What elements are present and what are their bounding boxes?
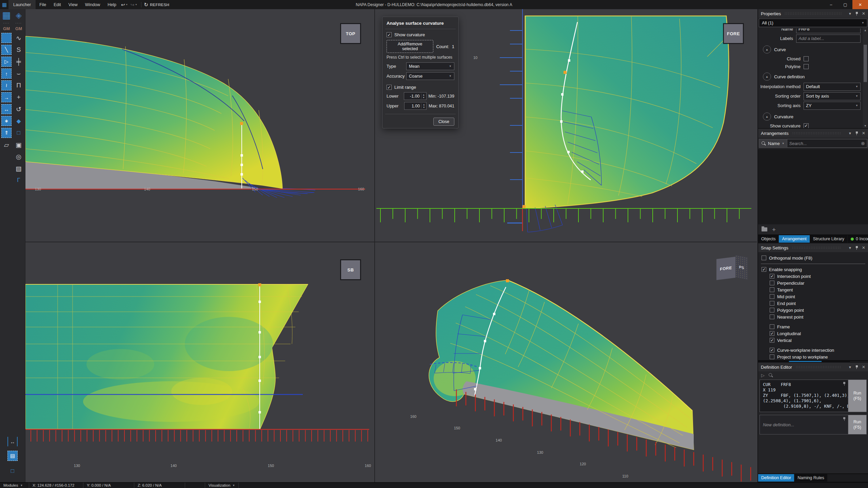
arc-tool-icon[interactable]: ⌣ xyxy=(13,68,24,79)
checkbox[interactable] xyxy=(770,324,774,329)
close-icon[interactable]: ✕ xyxy=(862,245,865,250)
closed-checkbox[interactable] xyxy=(804,56,809,61)
snap-option[interactable]: Nearest point xyxy=(758,313,868,320)
refresh-button[interactable]: ↻ REFRESH xyxy=(144,2,169,8)
collapse-icon[interactable]: ▲ xyxy=(763,113,771,121)
snap-option[interactable]: Intersection point xyxy=(758,273,868,280)
new-folder-icon[interactable] xyxy=(762,227,767,231)
navigation-cube[interactable]: FORE PS xyxy=(715,255,750,286)
new-definition-editor[interactable]: New definition... Run(F5) xyxy=(760,415,867,434)
run-all-icon[interactable]: ▷ xyxy=(761,373,765,378)
lower-spinner[interactable]: -1.00 ▲▼ xyxy=(404,92,426,100)
checkbox[interactable] xyxy=(762,267,766,272)
clear-search-icon[interactable]: ⊗ xyxy=(861,141,865,146)
maximize-button[interactable]: ▢ xyxy=(838,0,852,9)
chevron-down-icon[interactable]: ▼ xyxy=(848,131,852,135)
view-cube-top[interactable]: TOP xyxy=(340,23,361,44)
scrollbar-thumb[interactable] xyxy=(864,45,867,82)
gm-label-left[interactable]: GM xyxy=(1,25,12,32)
gm-label-right[interactable]: GM xyxy=(13,25,24,32)
run-button[interactable]: Run(F5) xyxy=(848,415,866,434)
select-surface-tool-icon[interactable] xyxy=(1,33,12,43)
redo-dropdown-icon[interactable]: ▾ xyxy=(135,3,137,6)
checkbox[interactable] xyxy=(770,301,774,306)
limit-range-option[interactable]: Limit range xyxy=(387,85,454,90)
tab-objects[interactable]: Objects xyxy=(758,235,778,243)
selected-point[interactable] xyxy=(258,283,261,286)
line-points-tool-icon[interactable]: ╲ xyxy=(1,45,12,55)
pin-icon[interactable] xyxy=(855,131,859,135)
nav-cube-ps-face[interactable]: PS xyxy=(735,255,748,280)
chevron-down-icon[interactable]: ▼ xyxy=(848,365,852,369)
move-horizontal-tool-icon[interactable]: → xyxy=(1,92,12,102)
cube-grid-tool-icon[interactable]: ▣ xyxy=(13,139,24,150)
add-remove-selected-button[interactable]: Add/Remove selected xyxy=(387,40,433,53)
close-icon[interactable]: ✕ xyxy=(862,365,865,369)
search-input[interactable] xyxy=(789,141,861,146)
close-icon[interactable]: ✕ xyxy=(862,131,865,136)
orthogonal-mode-option[interactable]: Orthogonal mode (F8) xyxy=(758,254,868,262)
pin-icon[interactable] xyxy=(843,382,846,387)
snap-option[interactable]: Perpendicular xyxy=(758,280,868,286)
move-vertical-tool-icon[interactable]: ↑ xyxy=(1,68,12,79)
collapse-icon[interactable]: ▲ xyxy=(763,73,771,81)
upper-spinner[interactable]: 1.00 ▲▼ xyxy=(404,102,427,110)
checkbox[interactable] xyxy=(770,314,774,319)
rectangle-tool-icon[interactable]: □ xyxy=(13,127,24,139)
viewport-bottom-right-3d[interactable]: 160150140130120110 FORE PS xyxy=(375,242,757,482)
snap-option[interactable]: Vertical xyxy=(758,337,868,344)
selected-point[interactable] xyxy=(506,279,509,282)
interpolation-method-dropdown[interactable]: Default▼ xyxy=(804,83,861,91)
minimize-button[interactable]: – xyxy=(824,0,838,9)
show-curvature-checkbox[interactable] xyxy=(804,123,809,128)
point-tool-icon[interactable]: ◆ xyxy=(13,115,24,127)
curve-definition-section-header[interactable]: ▲ Curve definition xyxy=(763,72,858,81)
snap-option[interactable]: Mid point xyxy=(758,293,868,300)
stretch-tool-icon[interactable]: ↔ xyxy=(1,104,12,114)
snap-option[interactable]: Project snap to workplane xyxy=(758,353,868,360)
toolbar-drag-dots-right[interactable]: ∙∙∙∙ xyxy=(13,21,24,25)
properties-scrollbar[interactable]: ▲ ▼ xyxy=(863,28,868,128)
collapse-icon[interactable]: ▲ xyxy=(763,45,771,54)
tab-structure-library[interactable]: Structure Library xyxy=(810,235,847,243)
chevron-down-icon[interactable]: ▼ xyxy=(848,12,852,16)
menu-item[interactable]: View xyxy=(65,0,81,9)
sorting-order-dropdown[interactable]: Sort by axis▼ xyxy=(804,92,861,100)
pin-icon[interactable] xyxy=(855,12,859,16)
view-cube-fore[interactable]: FORE xyxy=(723,23,744,44)
rotate-tool-icon[interactable]: ↺ xyxy=(13,103,24,115)
tab-incorrect-objects[interactable]: 0 Incorrect Objects xyxy=(848,235,868,243)
translate-surface-tool-icon[interactable]: ⇑ xyxy=(1,128,12,138)
tab-definition-editor[interactable]: Definition Editor xyxy=(758,474,794,482)
type-dropdown[interactable]: Mean▼ xyxy=(406,62,454,70)
polyline-checkbox[interactable] xyxy=(804,64,809,69)
tab-naming-rules[interactable]: Naming Rules xyxy=(794,474,827,482)
corner-extrude-tool-icon[interactable]: Γ xyxy=(13,175,24,186)
search-box[interactable]: ⊗ xyxy=(787,139,867,148)
cube-shaded-tool-icon[interactable]: ▧ xyxy=(13,163,24,174)
spinner-arrows[interactable]: ▲▼ xyxy=(421,103,426,108)
labels-field[interactable] xyxy=(796,35,861,43)
panel-drag-handle[interactable] xyxy=(784,12,842,15)
tab-arrangement[interactable]: Arrangement xyxy=(779,235,809,243)
checkbox[interactable] xyxy=(387,85,392,90)
undo-dropdown-icon[interactable]: ▾ xyxy=(126,3,127,6)
cube-view-tool-icon[interactable]: ◎ xyxy=(13,151,24,162)
scroll-down-icon[interactable]: ▼ xyxy=(864,123,867,128)
accuracy-dropdown[interactable]: Coarse▼ xyxy=(406,72,454,80)
launcher-button[interactable]: Launcher xyxy=(8,0,36,9)
spinner-arrows[interactable]: ▲▼ xyxy=(421,94,426,99)
viewport-top-left-profile[interactable]: 130140150160 TOP xyxy=(25,9,374,242)
wave-edit-tool-icon[interactable]: ≀ xyxy=(1,80,12,90)
search-definitions-icon[interactable] xyxy=(769,373,773,378)
checkbox[interactable] xyxy=(770,287,774,292)
pin-icon[interactable] xyxy=(855,246,859,250)
polygon-select-tool-icon[interactable]: ▷ xyxy=(1,57,12,67)
snap-option[interactable]: End point xyxy=(758,300,868,307)
chevron-down-icon[interactable]: ▼ xyxy=(848,246,852,250)
sorting-axis-dropdown[interactable]: ZY▼ xyxy=(804,102,861,110)
toolbar-drag-dots-left[interactable]: ∙∙∙∙ xyxy=(1,21,12,25)
scroll-up-icon[interactable]: ▲ xyxy=(864,28,867,33)
snap-option[interactable]: Curve-workplane intersection xyxy=(758,347,868,353)
checkbox[interactable] xyxy=(387,32,392,37)
